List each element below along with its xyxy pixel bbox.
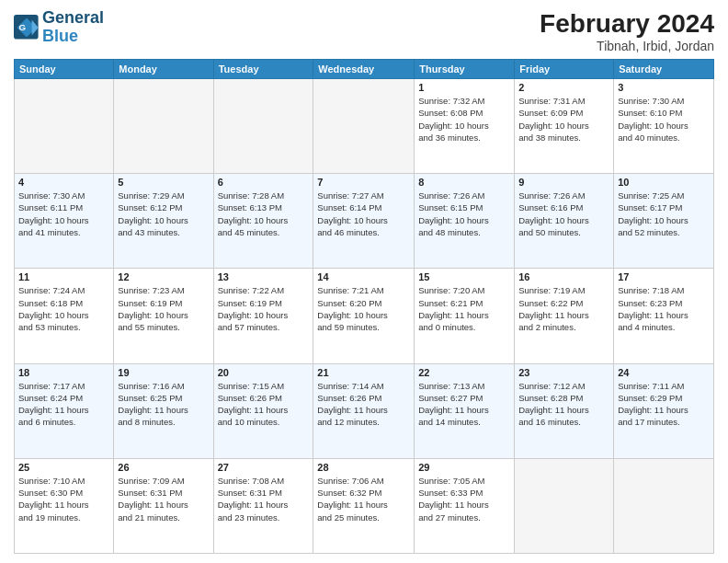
calendar-body: 1Sunrise: 7:32 AMSunset: 6:08 PMDaylight… [15,79,714,554]
calendar-day-cell: 29Sunrise: 7:05 AMSunset: 6:33 PMDayligh… [415,458,515,553]
calendar-header-cell: Monday [114,60,213,79]
calendar-day-cell: 18Sunrise: 7:17 AMSunset: 6:24 PMDayligh… [15,363,114,458]
day-number: 2 [518,82,609,93]
day-info: Sunrise: 7:30 AMSunset: 6:10 PMDaylight:… [618,95,710,144]
calendar-header-cell: Sunday [15,60,114,79]
day-number: 3 [618,82,710,93]
logo-text: General Blue [42,9,104,46]
day-number: 21 [317,367,410,378]
day-info: Sunrise: 7:26 AMSunset: 6:15 PMDaylight:… [418,190,510,238]
calendar-day-cell: 23Sunrise: 7:12 AMSunset: 6:28 PMDayligh… [515,363,614,458]
page: G General Blue February 2024 Tibnah, Irb… [0,0,728,563]
calendar-day-cell: 21Sunrise: 7:14 AMSunset: 6:26 PMDayligh… [313,363,415,458]
day-number: 7 [317,177,410,188]
day-info: Sunrise: 7:21 AMSunset: 6:20 PMDaylight:… [317,284,410,333]
calendar-day-cell: 15Sunrise: 7:20 AMSunset: 6:21 PMDayligh… [415,269,515,363]
day-number: 14 [317,271,410,282]
calendar-day-cell [213,79,313,174]
day-number: 24 [618,367,710,378]
day-number: 18 [18,367,109,378]
calendar-day-cell: 8Sunrise: 7:26 AMSunset: 6:15 PMDaylight… [415,174,515,269]
day-number: 5 [118,177,209,188]
day-number: 22 [418,367,510,378]
calendar-day-cell: 27Sunrise: 7:08 AMSunset: 6:31 PMDayligh… [213,458,313,553]
calendar-week-row: 18Sunrise: 7:17 AMSunset: 6:24 PMDayligh… [15,363,714,458]
calendar-header-cell: Wednesday [313,60,415,79]
day-number: 25 [18,462,109,473]
day-info: Sunrise: 7:05 AMSunset: 6:33 PMDaylight:… [418,475,510,523]
day-info: Sunrise: 7:06 AMSunset: 6:32 PMDaylight:… [317,475,410,523]
calendar-day-cell: 7Sunrise: 7:27 AMSunset: 6:14 PMDaylight… [313,174,415,269]
calendar-day-cell: 17Sunrise: 7:18 AMSunset: 6:23 PMDayligh… [614,269,714,363]
day-info: Sunrise: 7:08 AMSunset: 6:31 PMDaylight:… [218,475,310,523]
location: Tibnah, Irbid, Jordan [540,39,714,53]
calendar-day-cell: 12Sunrise: 7:23 AMSunset: 6:19 PMDayligh… [114,269,213,363]
day-number: 29 [418,462,510,473]
day-info: Sunrise: 7:20 AMSunset: 6:21 PMDaylight:… [418,284,510,333]
title-area: February 2024 Tibnah, Irbid, Jordan [540,9,714,53]
calendar-day-cell [313,79,415,174]
day-info: Sunrise: 7:23 AMSunset: 6:19 PMDaylight:… [118,284,209,333]
day-info: Sunrise: 7:19 AMSunset: 6:22 PMDaylight:… [518,284,609,333]
calendar-header-row: SundayMondayTuesdayWednesdayThursdayFrid… [15,60,714,79]
day-info: Sunrise: 7:11 AMSunset: 6:29 PMDaylight:… [618,380,710,429]
calendar-week-row: 11Sunrise: 7:24 AMSunset: 6:18 PMDayligh… [15,269,714,363]
day-number: 17 [618,271,710,282]
logo-icon: G [14,15,40,40]
calendar-day-cell: 6Sunrise: 7:28 AMSunset: 6:13 PMDaylight… [213,174,313,269]
calendar-header-cell: Thursday [415,60,515,79]
day-number: 13 [218,271,310,282]
calendar-day-cell: 20Sunrise: 7:15 AMSunset: 6:26 PMDayligh… [213,363,313,458]
day-info: Sunrise: 7:28 AMSunset: 6:13 PMDaylight:… [218,190,310,238]
day-info: Sunrise: 7:14 AMSunset: 6:26 PMDaylight:… [317,380,410,429]
calendar-day-cell [515,458,614,553]
calendar-day-cell: 22Sunrise: 7:13 AMSunset: 6:27 PMDayligh… [415,363,515,458]
calendar-day-cell: 10Sunrise: 7:25 AMSunset: 6:17 PMDayligh… [614,174,714,269]
calendar-day-cell: 1Sunrise: 7:32 AMSunset: 6:08 PMDaylight… [415,79,515,174]
calendar-header-cell: Friday [515,60,614,79]
calendar-day-cell: 3Sunrise: 7:30 AMSunset: 6:10 PMDaylight… [614,79,714,174]
day-number: 28 [317,462,410,473]
day-info: Sunrise: 7:25 AMSunset: 6:17 PMDaylight:… [618,190,710,238]
calendar-header-cell: Saturday [614,60,714,79]
calendar-day-cell: 14Sunrise: 7:21 AMSunset: 6:20 PMDayligh… [313,269,415,363]
day-number: 4 [18,177,109,188]
header: G General Blue February 2024 Tibnah, Irb… [14,9,714,53]
day-number: 1 [418,82,510,93]
calendar-week-row: 25Sunrise: 7:10 AMSunset: 6:30 PMDayligh… [15,458,714,553]
day-info: Sunrise: 7:24 AMSunset: 6:18 PMDaylight:… [18,284,109,333]
month-title: February 2024 [540,9,714,39]
day-info: Sunrise: 7:10 AMSunset: 6:30 PMDaylight:… [18,475,109,523]
day-number: 26 [118,462,209,473]
calendar-day-cell [15,79,114,174]
calendar-week-row: 1Sunrise: 7:32 AMSunset: 6:08 PMDaylight… [15,79,714,174]
day-info: Sunrise: 7:13 AMSunset: 6:27 PMDaylight:… [418,380,510,429]
calendar-day-cell: 16Sunrise: 7:19 AMSunset: 6:22 PMDayligh… [515,269,614,363]
day-info: Sunrise: 7:12 AMSunset: 6:28 PMDaylight:… [518,380,609,429]
svg-text:G: G [19,22,27,32]
day-info: Sunrise: 7:09 AMSunset: 6:31 PMDaylight:… [118,475,209,523]
day-info: Sunrise: 7:29 AMSunset: 6:12 PMDaylight:… [118,190,209,238]
calendar-day-cell: 28Sunrise: 7:06 AMSunset: 6:32 PMDayligh… [313,458,415,553]
day-number: 16 [518,271,609,282]
day-info: Sunrise: 7:15 AMSunset: 6:26 PMDaylight:… [218,380,310,429]
calendar-day-cell: 9Sunrise: 7:26 AMSunset: 6:16 PMDaylight… [515,174,614,269]
calendar-day-cell: 19Sunrise: 7:16 AMSunset: 6:25 PMDayligh… [114,363,213,458]
day-number: 11 [18,271,109,282]
day-number: 15 [418,271,510,282]
logo: G General Blue [14,9,104,46]
day-info: Sunrise: 7:16 AMSunset: 6:25 PMDaylight:… [118,380,209,429]
day-number: 19 [118,367,209,378]
day-number: 6 [218,177,310,188]
day-info: Sunrise: 7:18 AMSunset: 6:23 PMDaylight:… [618,284,710,333]
calendar-day-cell: 24Sunrise: 7:11 AMSunset: 6:29 PMDayligh… [614,363,714,458]
day-info: Sunrise: 7:31 AMSunset: 6:09 PMDaylight:… [518,95,609,144]
calendar-table: SundayMondayTuesdayWednesdayThursdayFrid… [14,59,714,554]
day-number: 9 [518,177,609,188]
day-info: Sunrise: 7:27 AMSunset: 6:14 PMDaylight:… [317,190,410,238]
day-number: 23 [518,367,609,378]
day-info: Sunrise: 7:17 AMSunset: 6:24 PMDaylight:… [18,380,109,429]
day-number: 8 [418,177,510,188]
day-info: Sunrise: 7:32 AMSunset: 6:08 PMDaylight:… [418,95,510,144]
day-number: 12 [118,271,209,282]
